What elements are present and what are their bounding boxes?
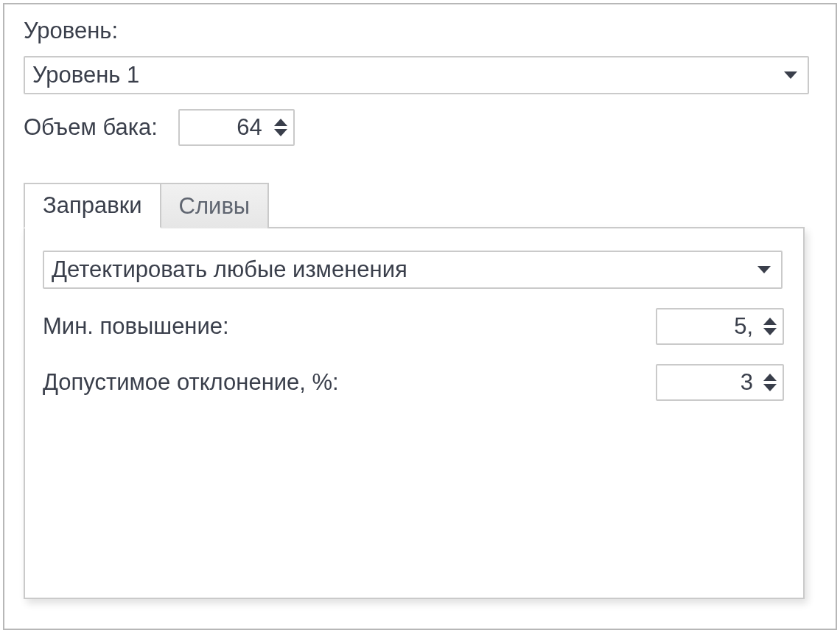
arrow-up-icon[interactable]: [763, 374, 777, 381]
tank-volume-arrows: [271, 111, 293, 144]
tab-strip: Заправки Сливы: [24, 181, 816, 227]
min-increase-row: Мин. повышение: 5,: [43, 308, 784, 345]
min-increase-arrows: [760, 309, 783, 343]
level-label: Уровень:: [24, 18, 816, 44]
level-select[interactable]: Уровень 1: [24, 56, 809, 94]
tank-volume-value: 64: [180, 111, 271, 144]
tab-refills[interactable]: Заправки: [24, 183, 161, 228]
min-increase-value: 5,: [657, 309, 760, 343]
tab-refills-label: Заправки: [43, 192, 142, 219]
arrow-down-icon[interactable]: [274, 129, 287, 136]
detection-mode-select[interactable]: Детектировать любые изменения: [43, 251, 783, 289]
tank-volume-label: Объем бака:: [24, 114, 158, 141]
arrow-up-icon[interactable]: [274, 119, 287, 126]
tab-drains[interactable]: Сливы: [161, 183, 270, 228]
min-increase-stepper[interactable]: 5,: [656, 308, 784, 345]
tolerance-stepper[interactable]: 3: [656, 364, 784, 401]
detection-mode-value: Детектировать любые изменения: [52, 256, 407, 283]
min-increase-label: Мин. повышение:: [43, 313, 229, 340]
tank-volume-stepper[interactable]: 64: [178, 109, 295, 146]
settings-panel: Уровень: Уровень 1 Объем бака: 64 Заправ…: [3, 3, 837, 630]
tolerance-row: Допустимое отклонение, %: 3: [43, 364, 784, 401]
arrow-down-icon[interactable]: [763, 328, 777, 335]
tab-body-refills: Детектировать любые изменения Мин. повыш…: [24, 227, 805, 599]
arrow-down-icon[interactable]: [763, 384, 777, 391]
level-select-value: Уровень 1: [32, 62, 139, 88]
tab-control: Заправки Сливы Детектировать любые измен…: [24, 181, 816, 599]
tank-volume-row: Объем бака: 64: [24, 109, 816, 146]
tolerance-label: Допустимое отклонение, %:: [43, 369, 339, 396]
tolerance-arrows: [760, 366, 783, 399]
arrow-up-icon[interactable]: [763, 318, 777, 325]
chevron-down-icon: [784, 71, 797, 79]
chevron-down-icon: [757, 266, 771, 273]
tolerance-value: 3: [657, 366, 760, 399]
tab-drains-label: Сливы: [179, 193, 251, 220]
